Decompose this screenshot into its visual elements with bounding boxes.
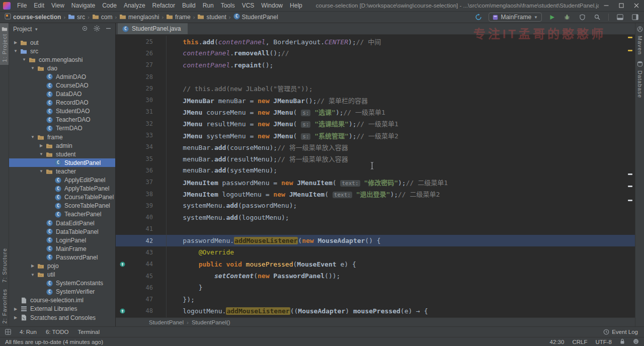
code-line-25[interactable]: 25 this.add(contentPanel, BorderLayout.C… xyxy=(116,36,635,47)
tree-item-course-selection-iml[interactable]: course-selection.iml xyxy=(9,296,115,305)
tree-item-studentdao[interactable]: CStudentDAO xyxy=(9,107,115,116)
tool-button-project[interactable]: 1: Project xyxy=(0,23,9,65)
tool-button-maven[interactable]: Maven xyxy=(637,23,643,58)
debug-button[interactable] xyxy=(562,12,572,22)
code-line-34[interactable]: 34 menuBar.add(courseMenu);// 将一级菜单放入容器 xyxy=(116,141,635,153)
tree-item-datatablepanel[interactable]: CDataTablePanel xyxy=(9,227,115,236)
chevron-collapsed-icon[interactable]: ▶ xyxy=(38,143,45,148)
code-line-39[interactable]: 39 systemMenu.add(passwordMenu); xyxy=(116,200,635,211)
tool-button-6-todo[interactable]: 6: TODO xyxy=(41,329,73,335)
hide-windows-button[interactable] xyxy=(615,12,625,22)
tree-item-src[interactable]: ▼src xyxy=(9,47,115,55)
breadcrumb-menglaoshi[interactable]: menglaoshi xyxy=(119,14,159,21)
maximize-button[interactable] xyxy=(614,0,629,11)
chevron-expanded-icon[interactable]: ▼ xyxy=(21,57,28,62)
tree-item-passwordpanel[interactable]: CPasswordPanel xyxy=(9,253,115,262)
menu-navigate[interactable]: Navigate xyxy=(68,0,99,11)
menu-vcs[interactable]: VCS xyxy=(238,0,258,11)
chevron-down-icon[interactable]: ▼ xyxy=(34,27,38,32)
tree-item-termdao[interactable]: CTermDAO xyxy=(9,124,115,133)
project-panel-title[interactable]: Project xyxy=(13,26,32,33)
chevron-collapsed-icon[interactable]: ▶ xyxy=(29,264,36,268)
code-line-48[interactable]: 48 logoutMenu.addMouseListener((MouseAda… xyxy=(116,305,635,317)
chevron-expanded-icon[interactable]: ▼ xyxy=(29,135,36,139)
code-editor[interactable]: 25 this.add(contentPanel, BorderLayout.C… xyxy=(116,35,635,317)
tree-item-applyeditpanel[interactable]: CApplyEditPanel xyxy=(9,176,115,185)
code-line-47[interactable]: 47 }); xyxy=(116,294,635,305)
scrollbar-mark[interactable] xyxy=(628,174,632,175)
menu-window[interactable]: Window xyxy=(258,0,286,11)
tree-item-external-libraries[interactable]: ▶External Libraries xyxy=(9,305,115,313)
code-line-35[interactable]: 35 menuBar.add(resultMenu);// 将一级菜单放入容器 xyxy=(116,153,635,164)
chevron-expanded-icon[interactable]: ▼ xyxy=(38,169,45,174)
tool-button-database[interactable]: Database xyxy=(637,58,643,101)
tree-item-admindao[interactable]: CAdminDAO xyxy=(9,72,115,81)
code-line-30[interactable]: 30 JMenuBar menuBar = new JMenuBar();// … xyxy=(116,94,635,106)
inspections-icon[interactable] xyxy=(633,338,639,345)
code-line-41[interactable]: 41 xyxy=(116,223,635,235)
event-log-button[interactable]: Event Log xyxy=(603,329,641,335)
code-line-27[interactable]: 27 contentPanel.repaint(); xyxy=(116,59,635,71)
breadcrumb-student[interactable]: student xyxy=(197,14,226,21)
tree-item-student[interactable]: ▼student xyxy=(9,150,115,158)
tree-item-loginpanel[interactable]: CLoginPanel xyxy=(9,236,115,244)
menu-edit[interactable]: Edit xyxy=(30,0,48,11)
menu-build[interactable]: Build xyxy=(179,0,199,11)
menu-file[interactable]: File xyxy=(14,0,30,11)
search-everywhere-icon[interactable] xyxy=(592,12,602,22)
code-line-26[interactable]: 26 contentPanel.removeAll();// xyxy=(116,47,635,59)
override-gutter-icon[interactable] xyxy=(116,262,129,267)
tree-item-systemconstants[interactable]: CSystemConstants xyxy=(9,279,115,288)
scrollbar-mark[interactable] xyxy=(628,50,632,51)
chevron-expanded-icon[interactable]: ▼ xyxy=(29,66,36,70)
code-line-33[interactable]: 33 JMenu systemMenu = new JMenu( s: "系统管… xyxy=(116,129,635,141)
menu-tools[interactable]: Tools xyxy=(217,0,238,11)
breadcrumb-course-selection[interactable]: course-selection xyxy=(4,13,61,21)
tree-item-pojo[interactable]: ▶pojo xyxy=(9,262,115,270)
locate-icon[interactable] xyxy=(82,25,88,33)
menu-code[interactable]: Code xyxy=(99,0,120,11)
coverage-button[interactable] xyxy=(577,12,587,22)
lock-icon[interactable] xyxy=(620,338,625,345)
tree-item-datadao[interactable]: CDataDAO xyxy=(9,90,115,99)
run-configuration-select[interactable]: MainFrame ▼ xyxy=(489,13,542,22)
code-line-36[interactable]: 36 menuBar.add(systemMenu); xyxy=(116,164,635,176)
chevron-collapsed-icon[interactable]: ▶ xyxy=(12,315,19,320)
chevron-expanded-icon[interactable]: ▼ xyxy=(38,152,45,156)
chevron-collapsed-icon[interactable]: ▶ xyxy=(12,40,19,45)
run-button[interactable] xyxy=(547,12,557,22)
tree-item-scratches-and-consoles[interactable]: ▶Scratches and Consoles xyxy=(9,313,115,322)
tree-item-frame[interactable]: ▼frame xyxy=(9,133,115,141)
tree-item-coursedao[interactable]: CCourseDAO xyxy=(9,81,115,90)
breadcrumb-studentpanel[interactable]: StudentPanel xyxy=(149,319,184,325)
sync-icon[interactable] xyxy=(473,12,484,22)
tool-button-2-favorites[interactable]: 2: Favorites xyxy=(2,286,8,326)
tree-item-coursetablepanel[interactable]: CCourseTablePanel xyxy=(9,193,115,202)
breadcrumb-frame[interactable]: frame xyxy=(166,14,191,21)
breadcrumb-src[interactable]: src xyxy=(67,14,86,21)
menu-run[interactable]: Run xyxy=(199,0,217,11)
breadcrumb-studentpanel[interactable]: StudentPanel() xyxy=(192,319,230,325)
tree-item-applytablepanel[interactable]: CApplyTablePanel xyxy=(9,185,115,193)
tree-item-com-menglaoshi[interactable]: ▼com.menglaoshi xyxy=(9,55,115,64)
tree-item-dao[interactable]: ▼dao xyxy=(9,64,115,72)
breadcrumb-studentpanel[interactable]: CStudentPanel xyxy=(233,13,279,21)
tree-item-teacherdao[interactable]: CTeacherDAO xyxy=(9,116,115,124)
menu-analyze[interactable]: Analyze xyxy=(120,0,149,11)
code-line-37[interactable]: 37 JMenuItem passwordMenu = new JMenuIte… xyxy=(116,177,635,188)
chevron-expanded-icon[interactable]: ▼ xyxy=(12,49,19,53)
tree-item-util[interactable]: ▼util xyxy=(9,271,115,279)
code-line-46[interactable]: 46 } xyxy=(116,282,635,293)
tool-button-7-structure[interactable]: 7: Structure xyxy=(2,245,8,286)
code-line-28[interactable]: 28 xyxy=(116,71,635,82)
code-line-49[interactable]: 49 contentPanel.removeAll();// 重新绘制界面 xyxy=(116,317,635,317)
close-button[interactable] xyxy=(629,0,644,11)
code-line-44[interactable]: 44 public void mousePressed(MouseEvent e… xyxy=(116,258,635,270)
file-encoding[interactable]: UTF-8 xyxy=(595,339,612,345)
chevron-expanded-icon[interactable]: ▼ xyxy=(29,273,36,277)
tree-item-scoretablepanel[interactable]: CScoreTablePanel xyxy=(9,202,115,210)
code-line-31[interactable]: 31 JMenu courseMenu = new JMenu( s: "选课"… xyxy=(116,106,635,118)
tree-item-out[interactable]: ▶out xyxy=(9,38,115,47)
window-switcher-icon[interactable] xyxy=(3,327,13,337)
minimize-button[interactable] xyxy=(599,0,614,11)
